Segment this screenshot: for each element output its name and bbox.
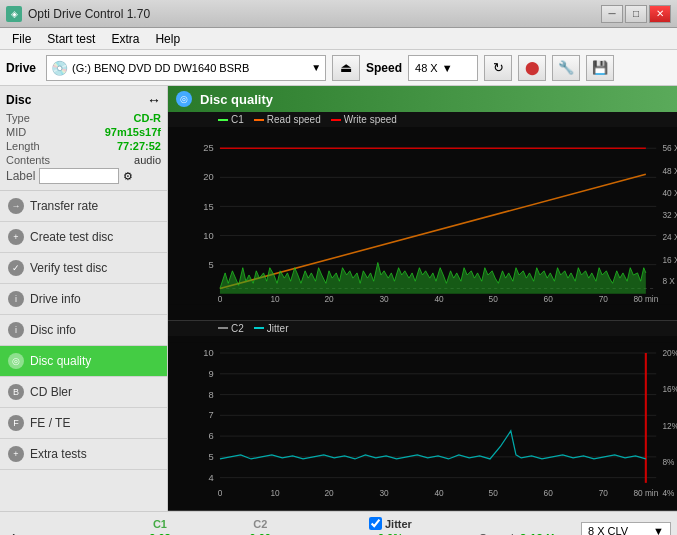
drive-label: Drive bbox=[6, 61, 36, 75]
stats-table: C1 C2 Jitter Avg 2.08 0.00 9.0% bbox=[6, 516, 473, 535]
sidebar-label-transfer-rate: Transfer rate bbox=[30, 199, 98, 213]
sidebar-item-extra-tests[interactable]: + Extra tests bbox=[0, 439, 167, 470]
stats-right: Speed 8.12 X Position 77:26.00 Samples 4… bbox=[479, 516, 575, 535]
eject-button[interactable]: ⏏ bbox=[332, 55, 360, 81]
drive-selector[interactable]: 💿 (G:) BENQ DVD DD DW1640 BSRB ▼ bbox=[46, 55, 326, 81]
menu-help[interactable]: Help bbox=[147, 30, 188, 48]
speed-arrow: ▼ bbox=[442, 62, 453, 74]
sidebar-item-disc-quality[interactable]: ◎ Disc quality bbox=[0, 346, 167, 377]
menu-start-test[interactable]: Start test bbox=[39, 30, 103, 48]
svg-text:8 X: 8 X bbox=[662, 276, 675, 286]
drive-info-icon: i bbox=[8, 291, 24, 307]
jitter-legend-label: Jitter bbox=[267, 323, 289, 334]
refresh-button[interactable]: ↻ bbox=[484, 55, 512, 81]
write-speed-legend-color bbox=[331, 119, 341, 121]
maximize-button[interactable]: □ bbox=[625, 5, 647, 23]
sidebar-label-verify-test-disc: Verify test disc bbox=[30, 261, 107, 275]
svg-text:60: 60 bbox=[544, 294, 554, 304]
jitter-legend-item: Jitter bbox=[254, 323, 289, 334]
disc-panel: Disc ↔ Type CD-R MID 97m15s17f Length 77… bbox=[0, 86, 167, 191]
window-controls: ─ □ ✕ bbox=[601, 5, 671, 23]
svg-text:7: 7 bbox=[209, 410, 214, 420]
drive-icon: 💿 bbox=[51, 60, 68, 76]
extra-tests-icon: + bbox=[8, 446, 24, 462]
c1-legend-color bbox=[218, 119, 228, 121]
label-input[interactable] bbox=[39, 168, 119, 184]
settings-button[interactable]: 🔧 bbox=[552, 55, 580, 81]
svg-text:8%: 8% bbox=[662, 457, 675, 467]
c2-legend-item: C2 bbox=[218, 323, 244, 334]
svg-text:20: 20 bbox=[203, 172, 213, 182]
sidebar-item-verify-test-disc[interactable]: ✓ Verify test disc bbox=[0, 253, 167, 284]
c2-chart-svg: 10 9 8 7 6 5 4 20% 16% 12% 8% 4% 0 10 bbox=[168, 336, 677, 505]
app-title: Opti Drive Control 1.70 bbox=[28, 7, 150, 21]
fe-te-icon: F bbox=[8, 415, 24, 431]
title-bar: ◈ Opti Drive Control 1.70 ─ □ ✕ bbox=[0, 0, 677, 28]
menu-file[interactable]: File bbox=[4, 30, 39, 48]
stats-empty-header bbox=[6, 516, 107, 531]
content-area: ◎ Disc quality C1 Read speed bbox=[168, 86, 677, 511]
sidebar-item-fe-te[interactable]: F FE / TE bbox=[0, 408, 167, 439]
svg-text:5: 5 bbox=[209, 260, 214, 270]
sidebar-item-transfer-rate[interactable]: → Transfer rate bbox=[0, 191, 167, 222]
svg-text:30: 30 bbox=[379, 294, 389, 304]
sidebar-item-cd-bler[interactable]: B CD Bler bbox=[0, 377, 167, 408]
svg-text:30: 30 bbox=[379, 488, 389, 498]
svg-text:9: 9 bbox=[209, 369, 214, 379]
cd-bler-icon: B bbox=[8, 384, 24, 400]
svg-text:20: 20 bbox=[324, 294, 334, 304]
charts-area: C1 Read speed Write speed bbox=[168, 112, 677, 511]
disc-quality-header: ◎ Disc quality bbox=[168, 86, 677, 112]
speed-selector[interactable]: 48 X ▼ bbox=[408, 55, 478, 81]
length-value: 77:27:52 bbox=[117, 140, 161, 152]
svg-text:50: 50 bbox=[489, 294, 499, 304]
jitter-legend-color bbox=[254, 327, 264, 329]
close-button[interactable]: ✕ bbox=[649, 5, 671, 23]
disc-title: Disc bbox=[6, 93, 31, 107]
disc-quality-title: Disc quality bbox=[200, 92, 273, 107]
type-value: CD-R bbox=[134, 112, 162, 124]
app-icon: ◈ bbox=[6, 6, 22, 22]
read-speed-legend-color bbox=[254, 119, 264, 121]
svg-text:40: 40 bbox=[435, 488, 445, 498]
stats-bar: C1 C2 Jitter Avg 2.08 0.00 9.0% bbox=[0, 511, 677, 535]
svg-text:70: 70 bbox=[599, 488, 609, 498]
c1-legend-item: C1 bbox=[218, 114, 244, 125]
svg-rect-31 bbox=[168, 343, 677, 499]
avg-c2: 0.00 bbox=[213, 531, 308, 535]
menu-extra[interactable]: Extra bbox=[103, 30, 147, 48]
red-button[interactable]: ⬤ bbox=[518, 55, 546, 81]
drive-dropdown-arrow: ▼ bbox=[311, 62, 321, 73]
sidebar-item-drive-info[interactable]: i Drive info bbox=[0, 284, 167, 315]
svg-text:20: 20 bbox=[324, 488, 334, 498]
sidebar-item-create-test-disc[interactable]: + Create test disc bbox=[0, 222, 167, 253]
minimize-button[interactable]: ─ bbox=[601, 5, 623, 23]
jitter-checkbox[interactable] bbox=[369, 517, 382, 530]
svg-text:48 X: 48 X bbox=[662, 166, 677, 176]
svg-text:15: 15 bbox=[203, 202, 213, 212]
drive-text: (G:) BENQ DVD DD DW1640 BSRB bbox=[72, 62, 307, 74]
speed-label: Speed bbox=[366, 61, 402, 75]
sidebar: Disc ↔ Type CD-R MID 97m15s17f Length 77… bbox=[0, 86, 168, 511]
svg-text:10: 10 bbox=[270, 294, 280, 304]
contents-label: Contents bbox=[6, 154, 50, 166]
svg-text:80 min: 80 min bbox=[633, 294, 658, 304]
length-label: Length bbox=[6, 140, 40, 152]
write-speed-legend-item: Write speed bbox=[331, 114, 397, 125]
svg-text:0: 0 bbox=[218, 294, 223, 304]
disc-quality-header-icon: ◎ bbox=[176, 91, 192, 107]
disc-refresh-button[interactable]: ↔ bbox=[147, 92, 161, 108]
speed-stat-value: 8.12 X bbox=[520, 532, 555, 536]
sidebar-label-cd-bler: CD Bler bbox=[30, 385, 72, 399]
avg-label: Avg bbox=[6, 531, 107, 535]
sidebar-item-disc-info[interactable]: i Disc info bbox=[0, 315, 167, 346]
sidebar-label-disc-quality: Disc quality bbox=[30, 354, 91, 368]
sidebar-label-fe-te: FE / TE bbox=[30, 416, 70, 430]
svg-text:5: 5 bbox=[209, 452, 214, 462]
save-button[interactable]: 💾 bbox=[586, 55, 614, 81]
label-edit-button[interactable]: ⚙ bbox=[123, 170, 133, 183]
c1-chart-svg: 25 20 15 10 5 56 X 48 X 40 X 32 X 24 X 1… bbox=[168, 127, 677, 315]
svg-text:56 X: 56 X bbox=[662, 143, 677, 153]
speed-mode-label: 8 X CLV bbox=[588, 525, 628, 536]
speed-mode-dropdown[interactable]: 8 X CLV ▼ bbox=[581, 522, 671, 536]
